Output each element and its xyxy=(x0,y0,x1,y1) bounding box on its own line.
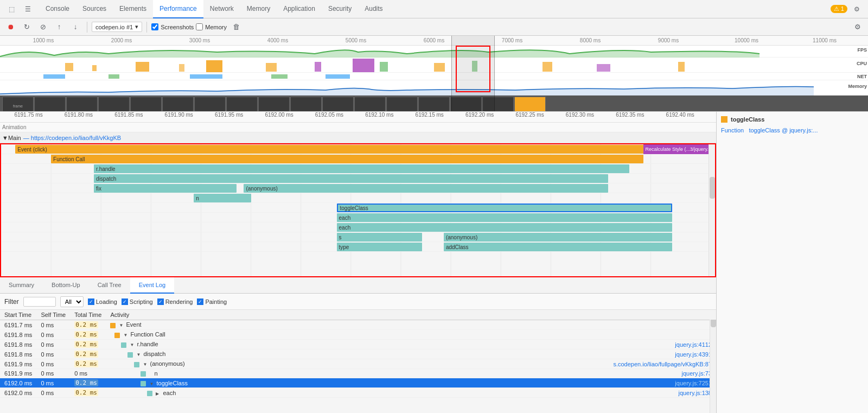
each-bar-2[interactable]: each xyxy=(337,223,673,232)
link-cell[interactable]: s.codepen.io/liao/fullpage/vKkgKB:87 xyxy=(608,359,716,369)
record-button[interactable]: ⏺ xyxy=(3,20,17,34)
main-url[interactable]: — https://codepen.io/liao/full/vKkgKB xyxy=(23,135,121,141)
tab-call-tree[interactable]: Call Tree xyxy=(89,277,130,294)
loading-checkbox[interactable]: ✓ xyxy=(88,298,94,305)
flame-row-0[interactable]: Event (click) xyxy=(1,144,715,154)
animation-label: Animation xyxy=(2,124,26,130)
link-text[interactable]: jquery.js:138 xyxy=(678,390,712,396)
painting-checkbox[interactable]: ✓ xyxy=(197,298,203,305)
flame-row-2[interactable]: r.handle xyxy=(1,164,715,174)
link-cell[interactable]: jquery.js:4112 xyxy=(608,340,716,350)
flame-row-6[interactable]: toggleClass xyxy=(1,203,715,213)
screenshots-checkbox[interactable]: Screenshots xyxy=(151,23,194,30)
flame-chart-area[interactable]: Event (click) Function Call r.handle dis… xyxy=(0,143,716,277)
flame-row-7[interactable]: each xyxy=(1,213,715,223)
anonymous-bar-2[interactable]: (anonymous) xyxy=(444,233,672,242)
export-button[interactable]: ↓ xyxy=(68,20,82,34)
function-call-bar[interactable]: Function Call xyxy=(51,155,643,163)
flame-row-4[interactable]: fix (anonymous) xyxy=(1,183,715,193)
tab-sources[interactable]: Sources xyxy=(76,0,113,18)
type-bar[interactable]: type xyxy=(337,243,423,251)
tab-event-log[interactable]: Event Log xyxy=(130,277,175,294)
category-select[interactable]: All xyxy=(60,296,84,307)
scripting-checkbox[interactable]: ✓ xyxy=(122,298,128,305)
painting-check[interactable]: ✓ Painting xyxy=(197,298,227,305)
toggle-class-bar[interactable]: toggleClass xyxy=(337,204,673,212)
screenshots-input[interactable] xyxy=(151,23,158,30)
flame-row-8[interactable]: each xyxy=(1,223,715,232)
r-handle-bar[interactable]: r.handle xyxy=(94,164,629,173)
link-cell[interactable]: jquery.js:138 xyxy=(608,388,716,398)
link-text[interactable]: s.codepen.io/liao/fullpage/vKkgKB:87 xyxy=(613,361,712,367)
col-total-time[interactable]: Total Time xyxy=(70,310,106,320)
link-text[interactable]: jquery.js:4112 xyxy=(675,341,712,348)
s-bar[interactable]: s xyxy=(337,233,423,242)
memory-checkbox[interactable]: Memory xyxy=(196,23,227,30)
flame-time-3: 6191.90 ms xyxy=(165,112,193,118)
start-time-cell: 6192.0 ms xyxy=(0,388,36,398)
inspect-icon[interactable]: ☰ xyxy=(21,2,35,16)
col-activity[interactable]: Activity xyxy=(106,310,608,320)
delete-button[interactable]: 🗑 xyxy=(229,20,243,34)
tab-network[interactable]: Network xyxy=(203,0,240,18)
flame-row-9[interactable]: s (anonymous) xyxy=(1,232,715,242)
memory-input[interactable] xyxy=(196,23,203,30)
fix-bar[interactable]: fix xyxy=(94,184,237,193)
link-text[interactable]: jquery.js:7251 xyxy=(675,380,712,386)
table-row[interactable]: 6191.8 ms 0 ms 0.2 ms ▼ dispatch jquery.… xyxy=(0,350,716,359)
loading-check[interactable]: ✓ Loading xyxy=(88,298,117,305)
table-row-selected[interactable]: 6192.0 ms 0 ms 0.2 ms ▼ toggleClass jque… xyxy=(0,378,716,388)
event-bar[interactable]: Event (click) xyxy=(15,145,665,154)
flame-row-5[interactable]: n xyxy=(1,193,715,203)
tab-elements[interactable]: Elements xyxy=(113,0,153,18)
table-row[interactable]: 6191.9 ms 0 ms 0 ms n jquery.js:73 xyxy=(0,369,716,378)
filter-input[interactable] xyxy=(23,297,56,307)
tab-security[interactable]: Security xyxy=(322,0,358,18)
scrollbar-thumb[interactable] xyxy=(710,177,715,199)
function-link[interactable]: toggleClass @ jquery.js:... xyxy=(749,127,818,134)
col-start-time[interactable]: Start Time xyxy=(0,310,36,320)
tab-summary[interactable]: Summary xyxy=(0,277,43,294)
tab-bottom-up[interactable]: Bottom-Up xyxy=(43,277,89,294)
link-cell[interactable]: jquery.js:4391 xyxy=(608,350,716,359)
n-bar[interactable]: n xyxy=(194,194,251,202)
flame-time-4: 6191.95 ms xyxy=(215,112,243,118)
each-bar-1[interactable]: each xyxy=(337,213,673,222)
table-row[interactable]: 6191.8 ms 0 ms 0.2 ms ▼ Function Call xyxy=(0,330,716,340)
reload-button[interactable]: ↻ xyxy=(20,20,34,34)
import-button[interactable]: ↑ xyxy=(52,20,66,34)
link-text[interactable]: jquery.js:73 xyxy=(682,370,712,377)
tab-performance[interactable]: Performance xyxy=(153,0,203,18)
time-10: 11000 ms xyxy=(813,37,837,43)
table-row[interactable]: 6191.8 ms 0 ms 0.2 ms ▼ r.handle jquery.… xyxy=(0,340,716,350)
table-scrollbar[interactable] xyxy=(710,310,716,413)
link-cell[interactable]: jquery.js:7251 xyxy=(608,378,716,388)
gear-icon[interactable]: ⚙ xyxy=(851,20,865,34)
dispatch-bar[interactable]: dispatch xyxy=(94,174,608,183)
anonymous-bar-1[interactable]: (anonymous) xyxy=(244,184,608,193)
link-cell[interactable]: jquery.js:73 xyxy=(608,369,716,378)
v-scrollbar[interactable] xyxy=(709,144,715,276)
tab-application[interactable]: Application xyxy=(277,0,322,18)
table-row[interactable]: 6191.9 ms 0 ms 0.2 ms ▼ (anonymous) s.co… xyxy=(0,359,716,369)
clear-button[interactable]: ⊘ xyxy=(36,20,50,34)
dock-icon[interactable]: ⬚ xyxy=(4,2,18,16)
settings-icon[interactable]: ⚙ xyxy=(850,2,864,16)
flame-row-10[interactable]: type addClass xyxy=(1,242,715,252)
rendering-check[interactable]: ✓ Rendering xyxy=(157,298,193,305)
col-self-time[interactable]: Self Time xyxy=(36,310,70,320)
recalculate-bar[interactable]: Recalculate Style (...3/jquery.min.js:4) xyxy=(643,144,715,154)
flame-row-3[interactable]: dispatch xyxy=(1,174,715,183)
filmstrip-frame xyxy=(66,97,98,112)
scripting-check[interactable]: ✓ Scripting xyxy=(122,298,153,305)
target-select[interactable]: codepen.io #1 ▾ xyxy=(92,22,142,32)
rendering-checkbox[interactable]: ✓ xyxy=(157,298,164,305)
tab-audits[interactable]: Audits xyxy=(358,0,389,18)
link-text[interactable]: jquery.js:4391 xyxy=(675,351,712,358)
tab-memory[interactable]: Memory xyxy=(240,0,277,18)
flame-row-1[interactable]: Function Call xyxy=(1,154,715,164)
table-row[interactable]: 6192.0 ms 0 ms 0.2 ms ▶ each jquery.js:1… xyxy=(0,388,716,398)
add-class-bar[interactable]: addClass xyxy=(444,243,672,251)
tab-console[interactable]: Console xyxy=(39,0,76,18)
table-row[interactable]: 6191.7 ms 0 ms 0.2 ms ▼ Event xyxy=(0,320,716,330)
